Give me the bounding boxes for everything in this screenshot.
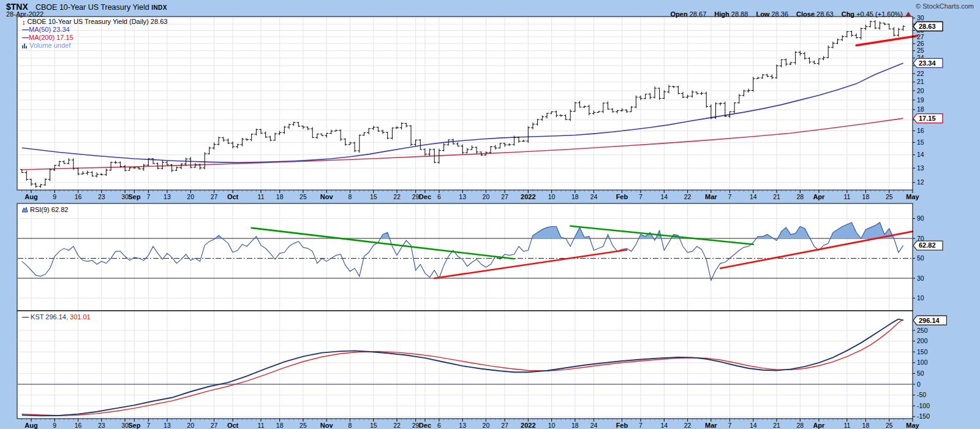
axis-flag-text: 17.15 bbox=[919, 115, 936, 122]
chart-canvas: Aug9162330Sep7132027Oct111825Nov8152229D… bbox=[0, 0, 980, 429]
volume-legend-text: Volume undef bbox=[29, 42, 70, 49]
y-tick-label: 18 bbox=[917, 105, 924, 113]
ma50-legend-text: MA(50) 23.34 bbox=[29, 26, 70, 33]
x-tick-label: 24 bbox=[590, 422, 598, 429]
y-tick-label: 13 bbox=[917, 164, 924, 172]
copyright-label: © StockCharts.com bbox=[916, 2, 974, 10]
axis-flag-text: 28.63 bbox=[919, 23, 936, 30]
y-tick-label: 16 bbox=[917, 127, 924, 134]
x-tick-label: 13 bbox=[459, 193, 466, 200]
volume-bars-icon bbox=[22, 42, 28, 50]
axis-flag-62.82: 62.82 bbox=[913, 241, 943, 250]
y-tick-label: 12 bbox=[917, 178, 924, 186]
close-label: Close bbox=[796, 10, 815, 18]
x-tick-label: Aug bbox=[24, 422, 37, 429]
x-tick-label: 18 bbox=[276, 193, 284, 200]
axis-flag-text: 23.34 bbox=[919, 59, 936, 67]
y-tick-label: 26 bbox=[917, 40, 924, 47]
y-tick-label: 50 bbox=[917, 254, 924, 262]
x-tick-label: 7 bbox=[639, 193, 643, 200]
kst-line-icon: — bbox=[22, 313, 31, 321]
x-tick-label: 13 bbox=[459, 422, 466, 429]
x-tick-label: 18 bbox=[862, 422, 870, 429]
y-tick-label: 14 bbox=[917, 151, 924, 158]
y-tick-label: -100 bbox=[917, 402, 930, 409]
x-tick-label: Dec bbox=[419, 193, 431, 200]
x-tick-label: Nov bbox=[320, 422, 334, 429]
ma50-line-icon: — bbox=[22, 26, 29, 33]
y-tick-label: 20 bbox=[917, 87, 924, 94]
date-axis-lower: Aug9162330Sep7132027Oct111825Nov8152229D… bbox=[22, 419, 920, 429]
y-tick-label: 15 bbox=[917, 139, 924, 146]
x-tick-label: 9 bbox=[53, 422, 56, 429]
x-tick-label: Apr bbox=[813, 193, 825, 200]
x-tick-label: 8 bbox=[349, 193, 352, 200]
x-tick-label: Mar bbox=[705, 193, 717, 200]
x-tick-label: 2022 bbox=[521, 422, 535, 429]
y-tick-label: 50 bbox=[917, 370, 924, 377]
x-tick-label: Oct bbox=[227, 193, 239, 200]
x-tick-label: 25 bbox=[300, 422, 307, 429]
ohlc-readout: Open 28.67 High 28.88 Low 28.36 Close 28… bbox=[665, 10, 911, 18]
x-tick-label: 24 bbox=[590, 193, 598, 200]
x-tick-label: 7 bbox=[728, 193, 732, 200]
x-tick-label: 11 bbox=[843, 193, 850, 200]
instrument-name-text: CBOE 10-Year US Treasury Yield bbox=[36, 3, 149, 12]
x-tick-label: 18 bbox=[571, 422, 579, 429]
x-tick-label: 10 bbox=[548, 422, 556, 429]
y-tick-label: 90 bbox=[917, 214, 924, 222]
x-tick-label: 10 bbox=[548, 193, 556, 200]
rsi-y-axis: 9070503010 bbox=[913, 214, 924, 302]
main-legend-title: ↕CBOE 10-Year US Treasury Yield (Daily) … bbox=[22, 18, 167, 26]
x-tick-label: 2022 bbox=[521, 193, 535, 200]
x-tick-label: 15 bbox=[370, 193, 377, 200]
kst-legend: — KST 296.14, 301.01 bbox=[22, 313, 91, 321]
axis-flag-28.63: 28.63 bbox=[913, 22, 943, 31]
x-tick-label: 20 bbox=[483, 422, 490, 429]
y-tick-label: -50 bbox=[917, 391, 926, 398]
rsi-legend: RSI(9) 62.82 bbox=[22, 206, 68, 214]
x-tick-label: 13 bbox=[164, 193, 171, 200]
axis-flag-text: 62.82 bbox=[919, 241, 936, 249]
x-tick-label: Oct bbox=[227, 422, 239, 429]
ma200-legend-text: MA(200) 17.15 bbox=[29, 34, 74, 41]
x-tick-label: 11 bbox=[258, 193, 265, 200]
x-tick-label: 6 bbox=[437, 193, 441, 200]
x-tick-label: 23 bbox=[98, 422, 105, 429]
x-tick-label: Feb bbox=[616, 193, 628, 200]
x-tick-label: 22 bbox=[393, 193, 401, 200]
x-tick-label: Nov bbox=[320, 193, 334, 200]
instrument-name: CBOE 10-Year US Treasury Yield INDX bbox=[36, 3, 167, 12]
low-value: 28.36 bbox=[771, 10, 788, 18]
change-value: +0.45 (+1.60%) bbox=[856, 10, 903, 18]
y-tick-label: 250 bbox=[917, 327, 928, 334]
high-value: 28.88 bbox=[731, 10, 748, 18]
y-tick-label: 30 bbox=[917, 14, 924, 21]
high-label: High bbox=[714, 10, 729, 18]
kst-value-text: KST 296.14, bbox=[31, 313, 68, 321]
y-tick-label: 27 bbox=[917, 33, 924, 40]
x-tick-label: 25 bbox=[886, 193, 893, 200]
x-tick-label: 28 bbox=[796, 193, 804, 200]
price-panel-bg bbox=[17, 17, 913, 190]
x-tick-label: 7 bbox=[146, 422, 150, 429]
x-tick-label: 13 bbox=[164, 422, 171, 429]
x-tick-label: 7 bbox=[146, 193, 150, 200]
ma200-line-icon: — bbox=[22, 34, 29, 41]
x-tick-label: 14 bbox=[750, 193, 757, 200]
y-tick-label: 30 bbox=[917, 275, 924, 282]
close-value: 28.63 bbox=[816, 10, 834, 18]
x-tick-label: 30 bbox=[121, 193, 129, 200]
x-tick-label: Sep bbox=[128, 193, 140, 200]
x-tick-label: May bbox=[906, 422, 919, 429]
x-tick-label: 25 bbox=[886, 422, 893, 429]
x-tick-label: 20 bbox=[187, 422, 194, 429]
y-tick-label: 22 bbox=[917, 70, 924, 77]
x-tick-label: 7 bbox=[728, 422, 732, 429]
x-tick-label: 11 bbox=[843, 422, 850, 429]
x-tick-label: 22 bbox=[684, 193, 692, 200]
x-tick-label: 28 bbox=[796, 422, 804, 429]
y-tick-label: 200 bbox=[917, 337, 928, 344]
x-tick-label: 18 bbox=[571, 193, 579, 200]
kst-y-axis: 250200150100500-50-100-150 bbox=[913, 327, 930, 420]
